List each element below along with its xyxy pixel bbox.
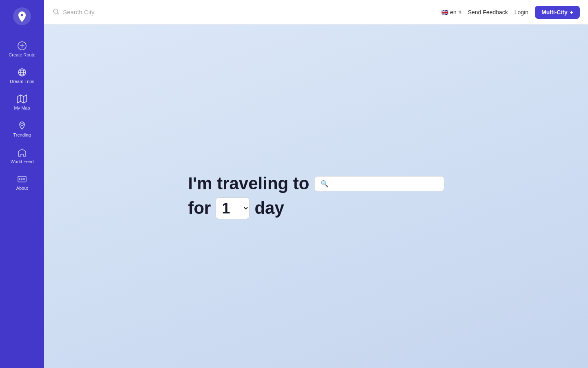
map-icon: [17, 94, 27, 104]
sidebar-item-trending-label: Trending: [13, 132, 31, 138]
sidebar: Create Route Dream Trips My Map Trending: [0, 0, 44, 368]
home-icon: [17, 148, 27, 157]
hero-day-text: day: [254, 198, 284, 218]
logo[interactable]: [10, 4, 34, 29]
chevron-up-down-icon: ⇅: [458, 10, 461, 14]
hero-line2: for 1 2 3 4 5 6 7 8 9 10 day: [188, 197, 444, 219]
svg-point-13: [20, 178, 22, 180]
header: 🇬🇧 en ⇅ Send Feedback Login Multi-City +: [0, 0, 588, 25]
hero-traveling-to-text: I'm traveling to: [188, 173, 309, 194]
sidebar-item-trending[interactable]: Trending: [4, 117, 40, 142]
sidebar-item-world-feed-label: World Feed: [11, 159, 34, 164]
hero-section: I'm traveling to 🔍 for 1 2 3 4 5 6 7 8 9…: [188, 173, 444, 219]
hero-for-text: for: [188, 198, 211, 218]
send-feedback-button[interactable]: Send Feedback: [468, 9, 508, 16]
svg-line-17: [57, 13, 58, 14]
svg-marker-9: [18, 95, 27, 103]
city-search-emoji-icon: 🔍: [321, 180, 329, 188]
plus-icon: [17, 41, 27, 51]
sidebar-item-about[interactable]: About: [4, 170, 40, 195]
sidebar-item-about-label: About: [16, 186, 28, 191]
main-content: I'm traveling to 🔍 for 1 2 3 4 5 6 7 8 9…: [44, 25, 588, 368]
pin-icon: [17, 121, 27, 131]
sidebar-item-create-route-label: Create Route: [9, 52, 35, 58]
search-input[interactable]: [63, 9, 145, 16]
hero-line1: I'm traveling to 🔍: [188, 173, 444, 194]
flag-icon: 🇬🇧: [441, 9, 448, 16]
multi-city-button[interactable]: Multi-City +: [535, 6, 580, 19]
lang-label: en: [450, 9, 457, 16]
multi-city-label: Multi-City: [541, 9, 568, 16]
header-actions: 🇬🇧 en ⇅ Send Feedback Login Multi-City +: [441, 6, 580, 19]
city-search-wrap: 🔍: [314, 176, 444, 191]
language-selector[interactable]: 🇬🇧 en ⇅: [441, 9, 461, 16]
header-search-area: [52, 8, 441, 17]
globe-icon: [17, 67, 27, 77]
search-icon: [52, 8, 60, 17]
sidebar-item-dream-trips-label: Dream Trips: [10, 79, 34, 84]
sidebar-item-dream-trips[interactable]: Dream Trips: [4, 63, 40, 88]
days-select[interactable]: 1 2 3 4 5 6 7 8 9 10: [216, 197, 249, 219]
sidebar-item-world-feed[interactable]: World Feed: [4, 144, 40, 168]
multi-city-plus-icon: +: [570, 9, 573, 16]
sidebar-item-my-map-label: My Map: [14, 105, 30, 111]
sidebar-item-create-route[interactable]: Create Route: [4, 37, 40, 62]
id-card-icon: [17, 174, 27, 184]
city-search-input[interactable]: [332, 180, 438, 187]
login-button[interactable]: Login: [514, 9, 528, 16]
sidebar-item-my-map[interactable]: My Map: [4, 90, 40, 115]
